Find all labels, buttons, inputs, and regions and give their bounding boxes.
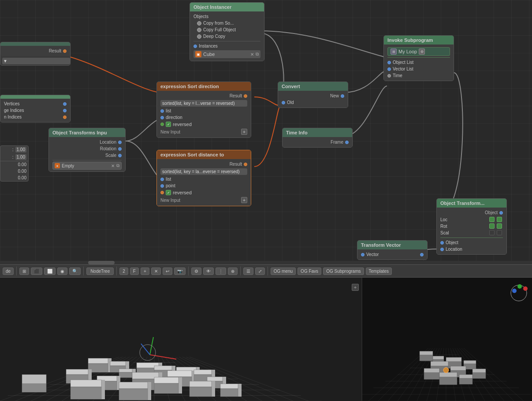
cube-icon: ▣	[195, 51, 201, 57]
scrollbar-thumb[interactable]	[88, 261, 115, 264]
loc-cb2[interactable]	[497, 217, 502, 222]
og-favs-btn[interactable]: OG Favs	[298, 267, 321, 275]
obj-transforms-body: Location Rotation Scale ● Empty ✕ ⧉	[49, 137, 125, 171]
copy-from-row: Copy from So...	[193, 20, 260, 26]
toolbar-grid-btn[interactable]: ⋮	[216, 267, 226, 275]
toolbar-view-btn[interactable]: 👁	[203, 267, 214, 275]
vertices-row: Vertices	[4, 100, 67, 107]
toolbar-mode-btn[interactable]: de	[3, 267, 14, 275]
instancer-body: Objects Copy from So... Copy Full Object…	[190, 11, 264, 61]
sort-dist-reversed-cb[interactable]	[166, 190, 171, 195]
sort-dist-result-socket	[244, 163, 247, 166]
toolbar-snap-btn[interactable]: ⊕	[228, 267, 238, 275]
node-left-bottom: : 1.00 : 1.00 0.00 0.00 0.00	[0, 145, 29, 182]
toolbar-number-btn[interactable]: 2	[119, 267, 128, 275]
obj-br-object2-row: Object	[440, 239, 503, 246]
empty-browse-btn[interactable]: ⧉	[116, 163, 119, 168]
sort-dir-rev-socket	[160, 123, 164, 126]
deep-copy-row: Deep Copy	[193, 33, 260, 40]
empty-x-btn[interactable]: ✕	[111, 163, 115, 168]
obj-br-object2-socket	[440, 241, 444, 245]
time-info-header: Time Info	[283, 128, 352, 137]
sort-dir-reversed-cb[interactable]	[166, 122, 171, 127]
og-menu-btn[interactable]: OG menu	[271, 267, 296, 275]
node-convert: Convert New Old	[278, 82, 348, 108]
conn-convert-invoke	[344, 71, 387, 93]
viewport-right[interactable]: Camera Persp	[362, 278, 532, 401]
toolbar-expand-btn[interactable]: ⤢	[255, 267, 265, 275]
viewport-left[interactable]: Persp +	[0, 278, 361, 401]
conn-instancer-invoke	[260, 31, 386, 57]
scal-cb2[interactable]	[497, 230, 502, 235]
time-info-body: Frame	[283, 137, 352, 147]
toolbar-icon5[interactable]: 🔍	[69, 267, 81, 275]
node-editor-scrollbar-h[interactable]	[0, 261, 532, 264]
obj-transforms-header: Object Transforms Inpu	[49, 128, 125, 137]
obj-br-object-socket	[499, 211, 503, 215]
templates-btn[interactable]: Templates	[366, 267, 392, 275]
node-invoke-subprogram: Invoke Subprogram ⊞ My Loop ⚙ Object Lis…	[383, 35, 454, 81]
toolbar-icon1[interactable]: ⊞	[19, 267, 29, 275]
object-list-socket	[387, 61, 391, 64]
toolbar-sep1	[16, 267, 17, 275]
sort-dist-list-socket	[160, 178, 164, 181]
sort-dir-body: Result sorted(list, key = l...verse = re…	[157, 91, 251, 137]
cube-x-btn[interactable]: ✕	[250, 52, 254, 57]
node-vertices-header	[0, 95, 70, 99]
vertices-socket	[63, 102, 67, 106]
sort-dir-result: Result	[160, 93, 247, 99]
sort-dist-rev-socket	[160, 191, 164, 194]
invoke-settings-btn[interactable]: ⚙	[419, 48, 425, 55]
sort-dist-point-socket	[160, 184, 164, 188]
obj-br-sep	[440, 238, 503, 238]
my-loop-icon: ⊞	[391, 48, 397, 55]
rot-cb1[interactable]	[489, 223, 495, 229]
sort-dist-reversed-row: reversed	[160, 189, 247, 196]
transform-vec-vector-row: Vector	[361, 251, 424, 258]
sort-dist-list-row: list	[160, 176, 247, 182]
sort-dir-new-input: New Input +	[160, 128, 247, 136]
node-result-body: Result	[0, 46, 70, 56]
empty-btn[interactable]: ● Empty ✕ ⧉	[52, 162, 122, 170]
sort-dir-add-btn[interactable]: +	[241, 129, 247, 135]
sort-dist-add-btn[interactable]: +	[241, 197, 247, 203]
convert-new-socket	[341, 94, 344, 98]
cube-browse-btn[interactable]: ⧉	[256, 52, 259, 57]
edge-socket	[63, 109, 67, 112]
sort-dir-list-row: list	[160, 108, 247, 114]
node-transform-vector: Transform Vector Vector	[357, 240, 428, 260]
cube-dropdown[interactable]: ▣ Cube ✕ ⧉	[193, 50, 260, 58]
sort-dist-new-input: New Input +	[160, 196, 247, 204]
toolbar-settings-btn[interactable]: ⚙	[191, 267, 201, 275]
transform-vec-body: Vector	[357, 249, 427, 260]
viewport-left-plus-btn[interactable]: +	[352, 284, 359, 291]
obj-scale-row: Scale	[52, 152, 122, 159]
toolbar-plus-btn[interactable]: +	[141, 267, 149, 275]
obj-br-location-socket	[440, 248, 444, 251]
toolbar-f-btn[interactable]: F	[130, 267, 139, 275]
convert-header: Convert	[278, 82, 348, 91]
og-subprograms-btn[interactable]: OG Subprograms	[323, 267, 364, 275]
lb-row1: : 1.00	[0, 146, 28, 153]
rot-cb2[interactable]	[497, 223, 502, 229]
toolbar-arrow-btn[interactable]: ↩	[163, 267, 172, 275]
time-info-frame-socket	[345, 141, 349, 144]
node-result-header	[0, 42, 70, 46]
scal-cb1[interactable]	[489, 230, 495, 235]
obj-rotation-row: Rotation	[52, 145, 122, 152]
toolbar-list-btn[interactable]: ☰	[243, 267, 253, 275]
convert-body: New Old	[278, 91, 348, 108]
sort-dist-result: Result	[160, 161, 247, 167]
right-viewport-canvas	[362, 278, 532, 401]
sort-dir-result-socket	[244, 94, 247, 98]
toolbar-camera-btn[interactable]: 📷	[174, 267, 186, 275]
toolbar-icon3[interactable]: ⬜	[44, 267, 56, 275]
toolbar-minus-btn[interactable]: ✕	[151, 267, 161, 275]
toolbar-icon4[interactable]: ◉	[57, 267, 67, 275]
loc-cb1[interactable]	[489, 217, 495, 222]
result-label: Result	[4, 48, 67, 54]
node-editor: Result ▼ Vertices ge Indices n Indices	[0, 0, 532, 264]
obj-br-checkboxes: Loc Rot Scal	[440, 216, 503, 236]
copy-full-socket	[197, 28, 201, 32]
toolbar-icon2[interactable]: ⬛	[31, 267, 42, 275]
